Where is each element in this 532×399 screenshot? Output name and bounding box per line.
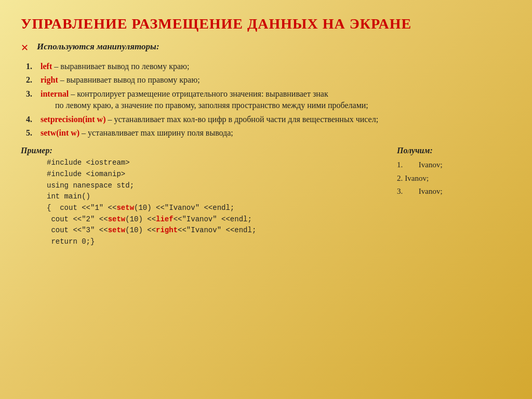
item-continuation: по левому краю, а значение по правому, з… bbox=[55, 100, 511, 111]
result-val: Ivanov; bbox=[419, 158, 443, 172]
item-keyword: right bbox=[41, 75, 58, 84]
list-item: 5. setw(int w) – устанавливает max ширин… bbox=[26, 127, 511, 139]
page-title: УПРАВЛЕНИЕ РАЗМЕЩЕНИЕ ДАННЫХ НА ЭКРАНЕ bbox=[21, 16, 511, 32]
item-keyword: internal bbox=[41, 89, 69, 98]
item-content: right – выравнивает вывод по правому кра… bbox=[41, 74, 511, 86]
item-desc: – устанавливает max кол-во цифр в дробно… bbox=[105, 115, 378, 124]
items-list: 1. left – выравнивает вывод по левому кр… bbox=[26, 61, 511, 139]
item-desc: – выравнивает вывод по правому краю; bbox=[58, 75, 200, 84]
bullet-star-icon: ✕ bbox=[21, 42, 29, 54]
result-label: Получим: bbox=[397, 146, 511, 155]
result-spaces bbox=[405, 158, 417, 172]
item-desc: – контролирует размещение отрицательного… bbox=[69, 89, 328, 98]
example-left: Пример: #include <iostream> #include <io… bbox=[21, 146, 397, 248]
item-keyword: left bbox=[41, 62, 52, 71]
code-line: cout <<"2" <<setw(10) <<lief<<"Ivanov" <… bbox=[47, 214, 397, 225]
result-num: 2. bbox=[397, 172, 403, 185]
item-desc: – устанавливает max ширину поля вывода; bbox=[79, 128, 233, 137]
code-line: int main() bbox=[47, 191, 397, 203]
result-line: 2. Ivanov; bbox=[397, 172, 511, 185]
item-keyword: setw(int w) bbox=[41, 128, 79, 137]
result-line: 1. Ivanov; bbox=[397, 158, 511, 172]
result-line: 3. Ivanov; bbox=[397, 185, 511, 198]
item-number: 4. bbox=[26, 114, 41, 125]
item-number: 5. bbox=[26, 127, 41, 139]
example-section: Пример: #include <iostream> #include <io… bbox=[21, 146, 511, 248]
list-item: 3. internal – контролирует размещение от… bbox=[26, 88, 511, 112]
item-content: internal – контролирует размещение отриц… bbox=[41, 88, 511, 112]
item-content: setw(int w) – устанавливает max ширину п… bbox=[41, 127, 511, 139]
item-content: setprecision(int w) – устанавливает max … bbox=[41, 114, 511, 125]
item-number: 1. bbox=[26, 61, 41, 72]
item-number: 2. bbox=[26, 74, 41, 86]
result-val: Ivanov; bbox=[405, 172, 429, 185]
item-content: left – выравнивает вывод по левому краю; bbox=[41, 61, 511, 72]
item-keyword: setprecision(int w) bbox=[41, 115, 105, 124]
code-block: #include <iostream> #include <iomanip> u… bbox=[47, 157, 397, 248]
code-line: #include <iomanip> bbox=[47, 169, 397, 180]
result-num: 1. bbox=[397, 158, 403, 172]
code-line: return 0;} bbox=[47, 236, 397, 248]
example-label: Пример: bbox=[21, 146, 397, 155]
item-number: 3. bbox=[26, 88, 41, 100]
code-line: #include <iostream> bbox=[47, 157, 397, 169]
result-spaces bbox=[405, 185, 417, 198]
list-item: 4. setprecision(int w) – устанавливает m… bbox=[26, 114, 511, 125]
example-right: Получим: 1. Ivanov; 2. Ivanov; 3. Ivanov… bbox=[397, 146, 511, 248]
list-item: 1. left – выравнивает вывод по левому кр… bbox=[26, 61, 511, 72]
subtitle-text: Используются манипуляторы: bbox=[37, 42, 159, 52]
result-num: 3. bbox=[397, 185, 403, 198]
item-desc: – выравнивает вывод по левому краю; bbox=[52, 62, 189, 71]
subtitle-line: ✕ Используются манипуляторы: bbox=[21, 42, 511, 54]
code-line: cout <<"3" <<setw(10) <<right<<"Ivanov" … bbox=[47, 225, 397, 236]
code-line: using nanespace std; bbox=[47, 180, 397, 192]
result-val: Ivanov; bbox=[419, 185, 443, 198]
list-item: 2. right – выравнивает вывод по правому … bbox=[26, 74, 511, 86]
result-block: 1. Ivanov; 2. Ivanov; 3. Ivanov; bbox=[397, 157, 511, 198]
code-line: { cout <<"1" <<setw(10) <<"Ivanov" <<end… bbox=[47, 203, 397, 214]
